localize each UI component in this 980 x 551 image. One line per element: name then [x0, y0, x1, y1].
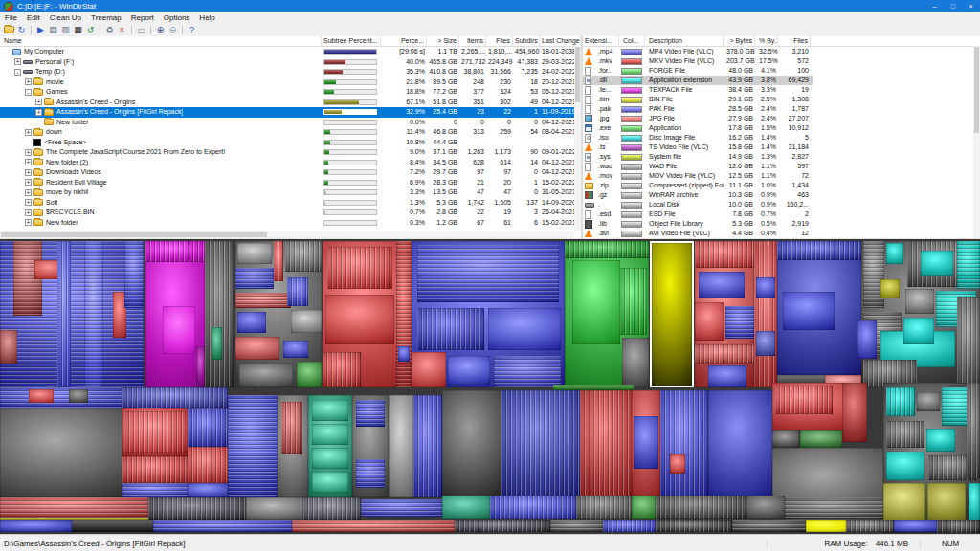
treemap-block[interactable]: [732, 520, 806, 532]
treemap-block[interactable]: [323, 352, 361, 387]
tree-row[interactable]: My Computer[29:06 s]1.1 TB2,265,...1,810…: [0, 47, 581, 57]
treemap-block[interactable]: [246, 497, 303, 520]
explorer-here-icon[interactable]: ▥: [59, 24, 72, 35]
treemap-block[interactable]: [894, 520, 937, 532]
treemap-block[interactable]: [124, 411, 186, 453]
treemap-block[interactable]: [442, 496, 490, 519]
treemap-block[interactable]: [312, 448, 348, 469]
treemap-block[interactable]: [29, 389, 54, 403]
scrollbar-thumb[interactable]: [575, 47, 580, 102]
tree-horizontal-scrollbar[interactable]: [0, 231, 574, 238]
extension-row[interactable]: .aviAVI Video File (VLC)4.4 GB0.4%12: [583, 229, 813, 238]
menu-item-clean-up[interactable]: Clean Up: [45, 12, 86, 23]
treemap-block[interactable]: [858, 320, 877, 359]
tree-row[interactable]: +Assassin's Creed - Origins [FitGirl Rep…: [0, 107, 581, 118]
tree-header--size[interactable]: > Size: [427, 36, 459, 46]
treemap-block[interactable]: [84, 241, 103, 387]
treemap-block[interactable]: [292, 520, 455, 532]
ext-header-files[interactable]: Files: [780, 36, 811, 46]
close-button[interactable]: ×: [962, 0, 980, 12]
treemap-block[interactable]: [927, 483, 966, 521]
treemap-block[interactable]: [448, 356, 490, 385]
extension-row[interactable]: .gzWinRAR archive10.3 GB0.9%463: [583, 190, 813, 200]
expand-plus-icon[interactable]: +: [25, 78, 32, 85]
treemap-block[interactable]: [656, 520, 732, 532]
tree-row[interactable]: +$RECYCLE.BIN0.7%2.8 GB2219326-04-2021 9…: [0, 208, 581, 218]
tree-header-last-change[interactable]: Last Change: [540, 36, 581, 46]
treemap-block[interactable]: [842, 383, 867, 442]
treemap-block[interactable]: [917, 392, 940, 411]
treemap-block[interactable]: [303, 497, 361, 520]
treemap-selected-block[interactable]: [650, 241, 694, 387]
treemap-block[interactable]: [417, 308, 484, 350]
treemap-block[interactable]: [327, 247, 392, 289]
treemap-block[interactable]: [274, 241, 283, 281]
treemap-block[interactable]: [312, 424, 348, 445]
ext-header-col-[interactable]: Col...: [621, 36, 645, 46]
treemap-block[interactable]: [163, 306, 195, 354]
menu-item-report[interactable]: Report: [126, 12, 159, 23]
extension-row[interactable]: .esdESD File7.8 GB0.7%2: [583, 209, 813, 219]
zoom-in-icon[interactable]: ⊕: [154, 24, 167, 35]
treemap-block[interactable]: [576, 496, 632, 519]
minimize-button[interactable]: –: [925, 0, 944, 12]
treemap-block[interactable]: [145, 241, 205, 262]
open-icon[interactable]: [3, 24, 15, 35]
collapse-minus-icon[interactable]: -: [25, 89, 32, 96]
extension-row[interactable]: .isoDisc Image File16.2 GB1.4%5: [583, 133, 813, 143]
treemap-block[interactable]: [188, 408, 228, 447]
treemap-block[interactable]: [632, 496, 656, 519]
treemap-block[interactable]: [967, 383, 980, 478]
treemap-block[interactable]: [725, 306, 754, 339]
tree-row[interactable]: +Personal (F:)40.0%465.8 GB271,732224,34…: [0, 57, 581, 68]
treemap-block[interactable]: [880, 279, 900, 298]
tree-row[interactable]: +move by nikhil3.3%13.5 GB4747031-05-202…: [0, 187, 581, 198]
tree-row[interactable]: +Soft1.3%5.3 GB1,7421,60513714-09-2020 6…: [0, 198, 581, 209]
treemap-block[interactable]: [188, 483, 228, 497]
treemap-block[interactable]: [580, 390, 632, 497]
zoom-out-icon[interactable]: ⊖: [167, 24, 179, 35]
treemap-block[interactable]: [235, 293, 291, 308]
treemap-block[interactable]: [153, 520, 292, 532]
treemap-block[interactable]: [756, 277, 775, 298]
treemap-block[interactable]: [361, 499, 442, 517]
treemap-block[interactable]: [398, 346, 410, 362]
extension-row[interactable]: .Local Disk10.0 GB0.9%160,2...: [583, 200, 813, 209]
tree-row[interactable]: New folder0.0%000004-12-2021 6:1: [0, 118, 581, 128]
treemap-block[interactable]: [553, 385, 634, 390]
treemap-block[interactable]: [494, 356, 561, 387]
expand-plus-icon[interactable]: +: [35, 109, 42, 116]
extension-row[interactable]: .for...FORGE File48.0 GB4.1%100: [583, 66, 813, 76]
expand-plus-icon[interactable]: +: [25, 159, 32, 165]
menu-item-edit[interactable]: Edit: [22, 12, 45, 23]
treemap-block[interactable]: [389, 395, 413, 497]
expand-plus-icon[interactable]: +: [14, 58, 21, 65]
treemap-block[interactable]: [281, 402, 302, 454]
expand-plus-icon[interactable]: +: [25, 209, 32, 216]
treemap-block[interactable]: [0, 408, 122, 497]
expand-plus-icon[interactable]: +: [25, 189, 32, 196]
tree-row[interactable]: -Games18.8%77.2 GB3773245305-12-2021 9:4: [0, 87, 581, 98]
tree-row[interactable]: +Resident Evil Village6.9%28.3 GB2120115…: [0, 178, 581, 188]
treemap-block[interactable]: [921, 251, 953, 276]
treemap-block[interactable]: [413, 395, 442, 497]
tree-header-subtree-percent-[interactable]: Subtree Percent...: [322, 36, 381, 46]
treemap-block[interactable]: [396, 241, 412, 387]
collapse-minus-icon[interactable]: -: [14, 69, 21, 76]
treemap-block[interactable]: [634, 416, 658, 469]
extension-row[interactable]: .pakPAK File28.5 GB2.4%1,787: [583, 104, 813, 114]
treemap-block[interactable]: [356, 459, 385, 488]
treemap-block[interactable]: [124, 241, 144, 308]
treemap-block[interactable]: [886, 387, 915, 416]
treemap-block[interactable]: [754, 241, 777, 387]
treemap-block[interactable]: [417, 245, 559, 302]
treemap-block[interactable]: [806, 520, 846, 532]
ext-header--by-[interactable]: % By...: [757, 36, 778, 46]
menu-item-treemap[interactable]: Treemap: [86, 12, 126, 23]
treemap-block[interactable]: [969, 483, 980, 521]
tree-header-name[interactable]: Name: [0, 36, 322, 46]
treemap-block[interactable]: [235, 337, 279, 360]
tree-row[interactable]: +New folder (2)8.4%34.5 GB6286141404-12-…: [0, 158, 581, 168]
treemap-block[interactable]: [622, 338, 649, 387]
menu-item-help[interactable]: Help: [194, 12, 219, 23]
